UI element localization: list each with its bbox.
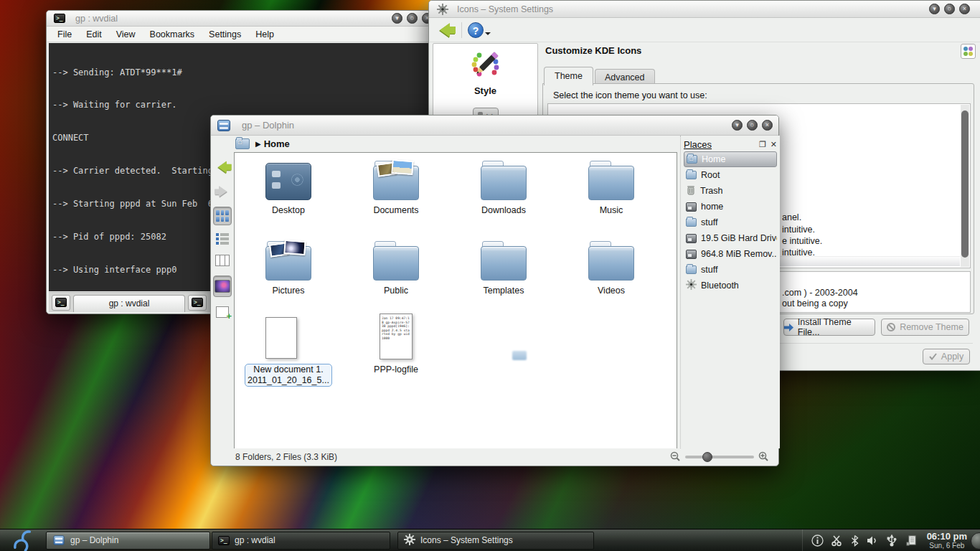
device-notifier-usb-icon[interactable] — [885, 534, 898, 547]
chevron-down-icon[interactable] — [485, 32, 491, 38]
scrollbar[interactable] — [961, 105, 969, 267]
place-label: 19.5 GiB Hard Drive — [701, 233, 777, 243]
minimize-button[interactable]: ▾ — [392, 13, 402, 24]
place-stuff-2[interactable]: stuff — [684, 262, 777, 278]
task-system-settings[interactable]: Icons – System Settings — [397, 532, 594, 550]
folder-view[interactable]: Desktop Documents Downloads Music Pictur… — [234, 152, 677, 449]
close-button[interactable]: × — [762, 120, 773, 131]
theme-list-text: intuitive. — [782, 225, 815, 235]
volume-icon[interactable] — [867, 535, 878, 546]
dot-green — [963, 52, 968, 56]
item-label: Music — [557, 205, 665, 216]
home-icon[interactable] — [235, 138, 250, 149]
folder-item-templates[interactable]: Templates — [450, 237, 557, 296]
place-hard-drive[interactable]: 19.5 GiB Hard Drive — [684, 230, 777, 246]
checkmark-icon — [929, 353, 937, 360]
terminal-titlebar[interactable]: gp : wvdial ▾ ○ × — [47, 11, 437, 27]
file-item-ppp-logfile[interactable]: Jan 17 09:47:18 gp-Aspire-5738 pppd[1946… — [342, 314, 450, 375]
folder-icon — [481, 166, 527, 200]
gear-icon — [437, 4, 448, 15]
place-home-partition[interactable]: home — [684, 199, 777, 215]
dot-blue — [963, 47, 968, 51]
icons-view-button[interactable] — [213, 207, 232, 225]
maximize-button[interactable]: ○ — [944, 4, 955, 14]
tab-theme[interactable]: Theme — [544, 67, 593, 85]
detach-tab-button[interactable] — [188, 295, 207, 311]
bluetooth-icon[interactable] — [850, 534, 859, 547]
select-theme-label: Select the icon theme you want to use: — [553, 90, 707, 100]
folder-item-videos[interactable]: Videos — [557, 237, 665, 296]
folder-icon — [481, 246, 527, 281]
columns-view-button[interactable] — [213, 251, 232, 270]
help-button[interactable]: ? — [468, 22, 484, 38]
place-home[interactable]: Home — [684, 151, 777, 167]
folder-item-pictures[interactable]: Pictures — [235, 237, 342, 296]
terminal-icon — [218, 536, 230, 545]
dolphin-title: gp – Dolphin — [242, 120, 294, 131]
desktop-folder-icon — [265, 163, 311, 200]
maximize-button[interactable]: ○ — [407, 13, 418, 24]
close-panel-icon[interactable]: ✕ — [771, 140, 777, 149]
panel-toolbox-cashew[interactable] — [971, 532, 980, 550]
folder-item-documents[interactable]: Documents — [342, 157, 450, 216]
task-wvdial[interactable]: gp : wvdial — [212, 532, 390, 550]
klipper-scissors-icon[interactable] — [831, 534, 843, 547]
place-label: Root — [701, 170, 720, 180]
menu-bookmarks[interactable]: Bookmarks — [150, 29, 195, 39]
scrollbar-thumb[interactable] — [961, 110, 969, 258]
status-text: 8 Folders, 2 Files (3.3 KiB) — [235, 452, 337, 462]
app-launcher-button[interactable] — [0, 529, 46, 551]
apply-label: Apply — [941, 352, 963, 362]
print-queue-icon[interactable] — [905, 534, 917, 547]
new-tab-button[interactable] — [52, 295, 70, 311]
zoom-in-icon[interactable] — [758, 451, 769, 462]
place-removable-drive[interactable]: 964.8 MiB Remov... — [684, 246, 777, 262]
menu-settings[interactable]: Settings — [209, 29, 241, 39]
info-icon[interactable] — [811, 534, 824, 547]
dolphin-titlebar[interactable]: gp – Dolphin ▾ ○ × — [211, 116, 778, 136]
terminal-tab[interactable]: gp : wvdial — [73, 295, 185, 312]
install-theme-button[interactable]: Install Theme File... — [783, 319, 875, 336]
breadcrumb-home[interactable]: Home — [264, 138, 290, 149]
details-view-button[interactable] — [213, 230, 232, 248]
minimize-button[interactable]: ▾ — [732, 120, 743, 131]
place-trash[interactable]: Trash — [684, 183, 777, 199]
preview-button[interactable] — [213, 276, 232, 297]
forward-button[interactable] — [213, 182, 232, 201]
folder-item-desktop[interactable]: Desktop — [235, 157, 342, 216]
maximize-button[interactable]: ○ — [747, 120, 758, 131]
float-panel-icon[interactable]: ❐ — [759, 140, 766, 149]
folder-item-music[interactable]: Music — [557, 157, 665, 216]
settings-titlebar[interactable]: Icons – System Settings ▾ ○ × — [429, 1, 980, 18]
menu-file[interactable]: File — [57, 29, 72, 39]
apply-button[interactable]: Apply — [923, 349, 970, 364]
minimize-button[interactable]: ▾ — [929, 4, 940, 14]
remove-theme-label: Remove Theme — [900, 322, 963, 332]
back-button[interactable] — [440, 23, 450, 37]
clock[interactable]: 06:10 pm Sun, 6 Feb — [927, 531, 967, 550]
folder-item-public[interactable]: Public — [342, 237, 450, 296]
dolphin-icon — [53, 535, 64, 545]
file-item-new-document[interactable]: New document 1. 2011_01_20_16_5... — [235, 315, 342, 387]
place-root[interactable]: Root — [684, 167, 777, 183]
zoom-slider[interactable] — [685, 456, 754, 458]
back-button[interactable] — [213, 158, 232, 176]
dolphin-side-toolbar — [211, 152, 234, 448]
task-dolphin[interactable]: gp – Dolphin — [46, 532, 210, 550]
split-view-button[interactable] — [213, 303, 232, 321]
sidebar-item-style[interactable]: Style — [433, 44, 537, 96]
close-button[interactable]: × — [959, 4, 970, 14]
file-name-line1: New document 1. — [248, 364, 329, 375]
remove-theme-button[interactable]: Remove Theme — [881, 319, 969, 336]
menu-help[interactable]: Help — [255, 29, 274, 39]
zoom-slider-handle[interactable] — [702, 452, 712, 462]
menu-view[interactable]: View — [116, 29, 136, 39]
menu-edit[interactable]: Edit — [86, 29, 102, 39]
place-stuff-1[interactable]: stuff — [684, 215, 777, 230]
icon-sizes-widget[interactable] — [961, 44, 976, 59]
folder-item-downloads[interactable]: Downloads — [450, 157, 557, 216]
zoom-out-icon[interactable] — [670, 451, 681, 462]
settings-title: Icons – System Settings — [457, 4, 553, 14]
place-bluetooth[interactable]: Bluetooth — [684, 278, 777, 293]
place-label: stuff — [701, 217, 717, 227]
